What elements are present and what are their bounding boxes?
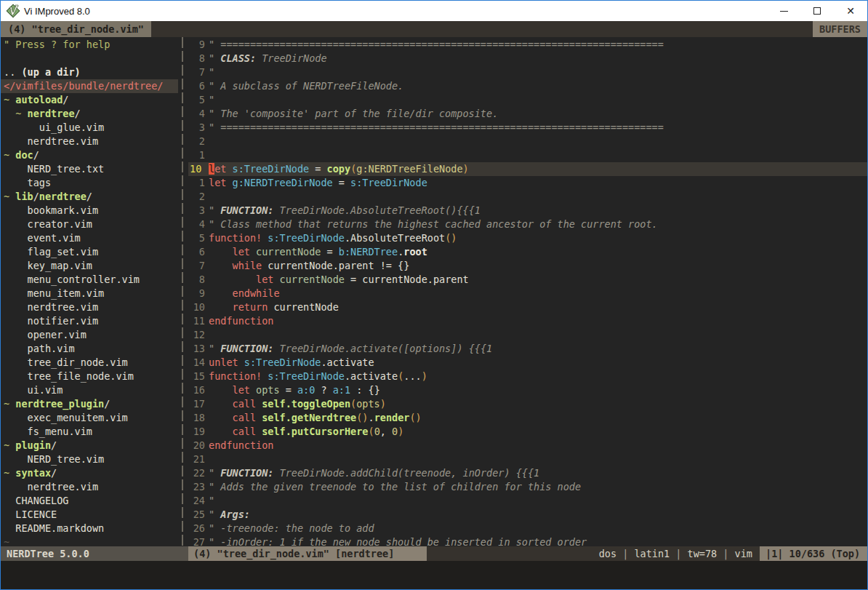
tree-item[interactable]: ~ plugin/ — [1, 439, 178, 453]
close-button[interactable]: ✕ — [834, 1, 867, 21]
text-token: ... — [403, 370, 421, 382]
buffers-tab[interactable]: BUFFERS — [813, 21, 867, 37]
text-token: nerdtree — [28, 108, 75, 119]
command-line[interactable] — [1, 561, 867, 589]
tree-item[interactable]: ~ — [1, 535, 178, 546]
code-line[interactable]: 24" — [188, 494, 867, 508]
text-token: ~ — [4, 439, 15, 451]
tree-item[interactable]: tags — [1, 176, 178, 190]
code-line[interactable]: 25" Args: — [188, 508, 867, 522]
tree-item[interactable]: .. (up a dir) — [1, 65, 178, 79]
code-line[interactable]: 7 while currentNode.parent != {} — [188, 259, 867, 273]
tree-item[interactable]: nerdtree.vim — [1, 300, 178, 314]
tree-item[interactable]: ~ lib/nerdtree/ — [1, 190, 178, 204]
window-split-separator[interactable] — [178, 37, 188, 546]
code-line[interactable]: 11endfunction — [188, 314, 867, 328]
tree-item[interactable]: key_map.vim — [1, 259, 178, 273]
code-line[interactable]: 2 — [188, 190, 867, 204]
code-line[interactable]: 1 — [188, 148, 867, 162]
code-line[interactable]: 2 — [188, 135, 867, 148]
code-line[interactable]: 9" =====================================… — [188, 38, 867, 52]
tree-item[interactable]: fs_menu.vim — [1, 425, 178, 439]
code-line[interactable]: 5" — [188, 93, 867, 107]
code-line[interactable]: 21 — [188, 453, 867, 466]
text-token: nerdtree.vim — [4, 301, 98, 313]
code-line[interactable]: 3" =====================================… — [188, 121, 867, 135]
tree-item[interactable]: menu_item.vim — [1, 287, 178, 300]
code-line[interactable]: 7" — [188, 65, 867, 79]
tree-item[interactable]: ~ autoload/ — [1, 93, 178, 107]
code-line[interactable]: 9 endwhile — [188, 287, 867, 300]
code-line[interactable]: 1let g:NERDTreeDirNode = s:TreeDirNode — [188, 176, 867, 190]
code-line[interactable]: 8" CLASS: TreeDirNode — [188, 52, 867, 65]
text-token: self.getNerdtree — [262, 412, 356, 423]
text-token: " — [209, 343, 220, 354]
tree-item[interactable]: ~ nerdtree_plugin/ — [1, 397, 178, 411]
code-line[interactable]: 3" FUNCTION: TreeDirNode.AbsoluteTreeRoo… — [188, 204, 867, 218]
tree-item[interactable]: flag_set.vim — [1, 245, 178, 259]
code-line[interactable]: 18 call self.getNerdtree().render() — [188, 411, 867, 425]
text-token: / — [87, 191, 92, 202]
text-token — [209, 287, 233, 299]
minimize-icon — [780, 11, 788, 12]
tree-item[interactable]: event.vim — [1, 231, 178, 245]
tree-item[interactable]: notifier.vim — [1, 314, 178, 328]
tree-item[interactable]: NERD_tree.vim — [1, 453, 178, 466]
code-line[interactable]: 13" FUNCTION: TreeDirNode.activate([opti… — [188, 342, 867, 356]
code-line[interactable]: 10let s:TreeDirNode = copy(g:NERDTreeFil… — [188, 162, 867, 176]
tree-item[interactable]: creator.vim — [1, 218, 178, 231]
tree-item[interactable]: " Press ? for help — [1, 38, 178, 52]
code-line[interactable]: 6" A subclass of NERDTreeFileNode. — [188, 79, 867, 93]
code-line[interactable]: 23" Adds the given treenode to the list … — [188, 480, 867, 494]
tree-item[interactable]: ui.vim — [1, 383, 178, 397]
tree-item[interactable]: ~ doc/ — [1, 148, 178, 162]
code-line[interactable]: 12 — [188, 328, 867, 342]
tree-item[interactable]: opener.vim — [1, 328, 178, 342]
code-line[interactable]: 6 let currentNode = b:NERDTree.root — [188, 245, 867, 259]
tree-item[interactable]: tree_dir_node.vim — [1, 356, 178, 370]
tree-item[interactable]: exec_menuitem.vim — [1, 411, 178, 425]
code-line[interactable]: 10 return currentNode — [188, 300, 867, 314]
tree-item[interactable]: bookmark.vim — [1, 204, 178, 218]
text-token: Args: — [220, 509, 250, 520]
code-line[interactable]: 16 let opts = a:0 ? a:1 : {} — [188, 383, 867, 397]
tree-item[interactable]: nerdtree.vim — [1, 480, 178, 494]
tree-item[interactable]: README.markdown — [1, 522, 178, 535]
tree-item[interactable]: NERD_tree.txt — [1, 162, 178, 176]
code-line[interactable]: 27" -inOrder: 1 if the new node should b… — [188, 535, 867, 546]
tree-item[interactable]: tree_file_node.vim — [1, 370, 178, 383]
close-icon: ✕ — [846, 6, 855, 16]
text-token: copy — [327, 163, 351, 175]
tree-item[interactable]: ui_glue.vim — [1, 121, 178, 135]
code-line[interactable]: 17 call self.toggleOpen(opts) — [188, 397, 867, 411]
tree-item[interactable] — [1, 52, 178, 65]
tree-item[interactable]: path.vim — [1, 342, 178, 356]
tree-item[interactable]: LICENCE — [1, 508, 178, 522]
minimize-button[interactable] — [767, 1, 800, 21]
code-lines[interactable]: 9" =====================================… — [188, 37, 867, 546]
maximize-button[interactable] — [800, 1, 834, 21]
line-number: 18 — [188, 411, 209, 425]
text-token: / — [63, 94, 68, 105]
code-line[interactable]: 19 call self.putCursorHere(0, 0) — [188, 425, 867, 439]
code-line[interactable]: 20endfunction — [188, 439, 867, 453]
statusline-position: |1| 10/636 (Top) — [760, 546, 867, 561]
code-line[interactable]: 4" Class method that returns the highest… — [188, 218, 867, 231]
tree-item[interactable]: </vimfiles/bundle/nerdtree/ — [1, 79, 178, 93]
code-line[interactable]: 8 let currentNode = currentNode.parent — [188, 273, 867, 287]
code-line[interactable]: 22" FUNCTION: TreeDirNode.addChild(treen… — [188, 466, 867, 480]
text-token: unlet — [209, 356, 238, 368]
code-line[interactable]: 15function! s:TreeDirNode.activate(...) — [188, 370, 867, 383]
tab-tree-dir-node[interactable]: (4) "tree_dir_node.vim" — [1, 21, 151, 37]
tree-item[interactable]: ~ syntax/ — [1, 466, 178, 480]
text-token — [250, 246, 256, 258]
code-line[interactable]: 4" The 'composite' part of the file/dir … — [188, 107, 867, 121]
tree-item[interactable]: menu_controller.vim — [1, 273, 178, 287]
code-line[interactable]: 14unlet s:TreeDirNode.activate — [188, 356, 867, 370]
code-line[interactable]: 26" -treenode: the node to add — [188, 522, 867, 535]
text-token: 0 — [392, 426, 398, 437]
tree-item[interactable]: nerdtree.vim — [1, 135, 178, 148]
tree-item[interactable]: ~ nerdtree/ — [1, 107, 178, 121]
tree-item[interactable]: CHANGELOG — [1, 494, 178, 508]
code-line[interactable]: 5function! s:TreeDirNode.AbsoluteTreeRoo… — [188, 231, 867, 245]
